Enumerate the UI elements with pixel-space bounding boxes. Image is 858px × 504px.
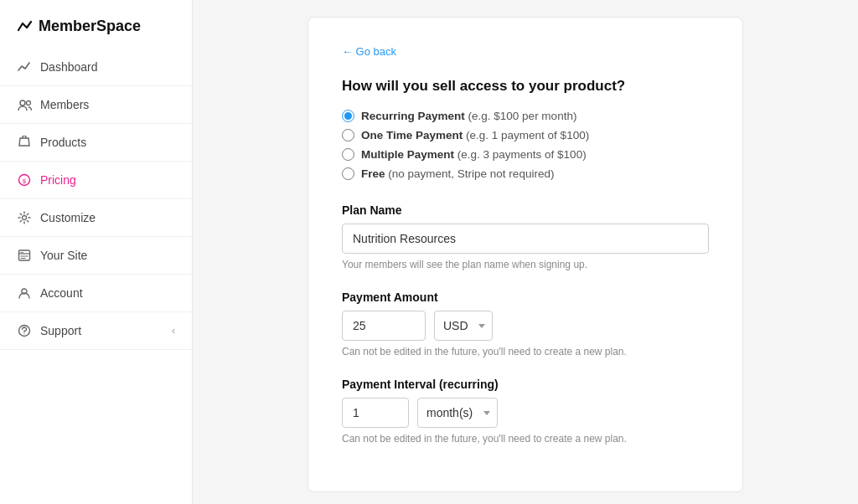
- gear-icon: [17, 210, 32, 225]
- radio-recurring[interactable]: Recurring Payment (e.g. $100 per month): [342, 110, 709, 122]
- payment-amount-row: USD EUR GBP CAD: [342, 311, 709, 341]
- support-icon: [17, 323, 32, 338]
- payment-amount-hint: Can not be edited in the future, you'll …: [342, 346, 709, 357]
- free-label: Free (no payment, Stripe not required): [361, 167, 554, 180]
- section-title: How will you sell access to your product…: [342, 78, 709, 95]
- svg-point-4: [23, 216, 27, 220]
- sidebar-nav: Dashboard Members Products: [0, 49, 192, 504]
- sidebar-item-pricing[interactable]: $ Pricing: [0, 162, 192, 199]
- products-icon: [17, 135, 32, 150]
- one-time-radio[interactable]: [342, 129, 354, 141]
- payment-interval-label: Payment Interval (recurring): [342, 378, 709, 391]
- multiple-radio[interactable]: [342, 148, 354, 161]
- free-radio[interactable]: [342, 167, 354, 180]
- account-label: Account: [40, 286, 83, 300]
- form-card: ← Go back How will you sell access to yo…: [308, 17, 743, 492]
- recurring-radio[interactable]: [342, 110, 354, 122]
- amount-input[interactable]: [342, 311, 426, 341]
- recurring-label: Recurring Payment (e.g. $100 per month): [361, 110, 576, 122]
- svg-rect-5: [19, 250, 30, 260]
- sidebar-item-your-site[interactable]: Your Site: [0, 237, 192, 275]
- site-icon: [17, 248, 32, 263]
- go-back-link[interactable]: ← Go back: [342, 45, 396, 58]
- pricing-label: Pricing: [40, 173, 76, 187]
- currency-select[interactable]: USD EUR GBP CAD: [434, 311, 493, 341]
- payment-amount-section: Payment Amount USD EUR GBP CAD Can not b…: [342, 291, 709, 357]
- interval-value-input[interactable]: [342, 398, 409, 428]
- radio-multiple[interactable]: Multiple Payment (e.g. 3 payments of $10…: [342, 148, 709, 161]
- account-icon: [17, 285, 32, 301]
- payment-type-group: Recurring Payment (e.g. $100 per month) …: [342, 110, 709, 180]
- svg-text:$: $: [23, 177, 27, 185]
- payment-interval-hint: Can not be edited in the future, you'll …: [342, 433, 709, 445]
- sidebar-item-dashboard[interactable]: Dashboard: [0, 49, 192, 86]
- sidebar-item-members[interactable]: Members: [0, 86, 192, 124]
- sidebar-item-products[interactable]: Products: [0, 124, 192, 162]
- plan-name-section: Plan Name Your members will see the plan…: [342, 203, 709, 270]
- sidebar: MemberSpace Dashboard Members: [0, 0, 193, 504]
- your-site-label: Your Site: [40, 249, 87, 262]
- app-name: MemberSpace: [39, 18, 141, 35]
- plan-name-label: Plan Name: [342, 203, 709, 217]
- radio-one-time[interactable]: One Time Payment (e.g. 1 payment of $100…: [342, 129, 709, 141]
- app-logo: MemberSpace: [0, 0, 192, 49]
- chart-icon: [17, 59, 32, 75]
- members-icon: [17, 97, 32, 112]
- svg-point-1: [26, 100, 30, 105]
- sidebar-item-customize[interactable]: Customize: [0, 199, 192, 237]
- plan-name-hint: Your members will see the plan name when…: [342, 259, 709, 270]
- one-time-label: One Time Payment (e.g. 1 payment of $100…: [361, 129, 589, 141]
- payment-amount-label: Payment Amount: [342, 291, 709, 304]
- multiple-label: Multiple Payment (e.g. 3 payments of $10…: [361, 148, 587, 161]
- svg-point-8: [23, 333, 24, 334]
- support-label: Support: [40, 324, 81, 337]
- interval-unit-select[interactable]: day(s) week(s) month(s) year(s): [417, 398, 498, 428]
- sidebar-item-support[interactable]: Support ‹: [0, 312, 192, 350]
- pricing-icon: $: [17, 172, 32, 188]
- customize-label: Customize: [40, 211, 96, 224]
- payment-interval-section: Payment Interval (recurring) day(s) week…: [342, 378, 709, 445]
- main-content: ← Go back How will you sell access to yo…: [193, 0, 858, 504]
- logo-icon: [17, 17, 35, 35]
- sidebar-item-account[interactable]: Account: [0, 275, 192, 312]
- products-label: Products: [40, 136, 86, 149]
- svg-point-0: [20, 100, 25, 105]
- members-label: Members: [40, 98, 89, 111]
- radio-free[interactable]: Free (no payment, Stripe not required): [342, 167, 709, 180]
- chevron-left-icon: ‹: [172, 325, 175, 337]
- dashboard-label: Dashboard: [40, 60, 98, 74]
- payment-interval-row: day(s) week(s) month(s) year(s): [342, 398, 709, 428]
- plan-name-input[interactable]: [342, 224, 709, 254]
